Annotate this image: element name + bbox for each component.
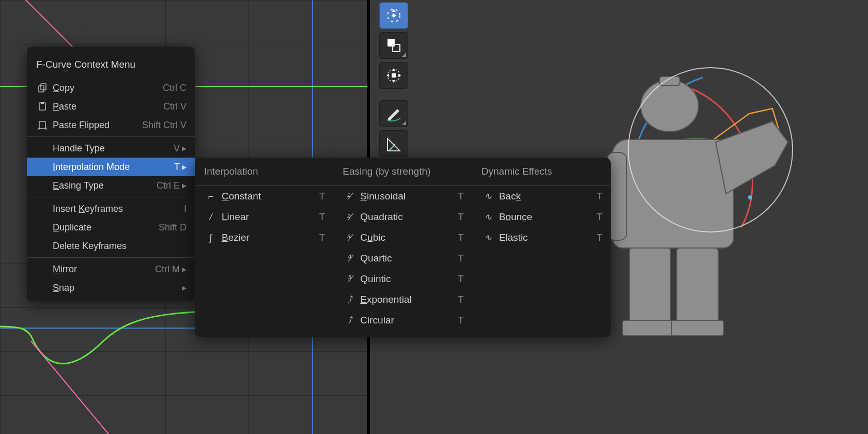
menu-item-shortcut: V (174, 143, 180, 154)
menu-item-shortcut: Ctrl V (163, 101, 187, 112)
menu-item-shortcut: Ctrl C (163, 83, 187, 94)
submenu-item-shortcut: T (458, 232, 464, 243)
svg-rect-12 (388, 39, 395, 47)
annotate-tool[interactable] (379, 100, 408, 127)
measure-icon (385, 135, 402, 152)
copy-icon (35, 83, 51, 93)
submenu-item-shortcut: T (458, 211, 464, 223)
submenu-item-shortcut: T (596, 232, 602, 243)
menu-item-insert-keyframes[interactable]: Insert KeyframesI (27, 199, 195, 218)
submenu-item-label: Cubic (360, 232, 458, 243)
interp-glyph-icon: ⤴ (342, 295, 357, 305)
transform-tool[interactable] (379, 62, 408, 89)
interp-glyph-icon: / (203, 212, 219, 223)
tool-toolbar (379, 0, 410, 157)
submenu-item-label: Elastic (499, 232, 597, 243)
svg-rect-15 (392, 73, 396, 78)
submenu-item-sinusoidal[interactable]: ¹⁄SinusoidalT (333, 186, 472, 207)
submenu-item-cubic[interactable]: ³⁄CubicT (333, 227, 472, 248)
submenu-item-constant[interactable]: ⌐ConstantT (195, 186, 333, 207)
menu-item-shortcut: Ctrl E (157, 180, 180, 191)
menu-item-label: Mirror (53, 264, 151, 275)
menu-item-label: Copy (53, 83, 159, 94)
submenu-item-shortcut: T (596, 191, 602, 202)
menu-item-paste-flipped[interactable]: Paste FlippedShift Ctrl V (27, 116, 195, 134)
menu-item-interpolation-mode[interactable]: Interpolation ModeT▸ (27, 158, 195, 176)
rotate-icon (385, 7, 402, 24)
menu-item-shortcut: Shift D (159, 222, 187, 233)
submenu-item-bezier[interactable]: ∫BezierT (195, 227, 333, 248)
submenu-item-bounce[interactable]: ∿BounceT (472, 207, 611, 227)
menu-item-label: Paste Flipped (53, 120, 138, 131)
menu-item-label: Easing Type (53, 180, 152, 191)
submenu-item-shortcut: T (319, 232, 326, 243)
svg-rect-21 (41, 84, 46, 90)
rotate-tool[interactable] (379, 2, 408, 29)
interp-glyph-icon: ⤴ (342, 315, 357, 326)
submenu-item-label: Quartic (360, 253, 458, 264)
interp-glyph-icon: ⌐ (203, 191, 219, 202)
submenu-item-label: Bezier (222, 232, 319, 243)
submenu-item-quartic[interactable]: ⁴⁄QuarticT (333, 248, 472, 269)
interp-glyph-icon: ²⁄ (342, 212, 357, 223)
svg-rect-25 (39, 121, 45, 129)
submenu-item-quadratic[interactable]: ²⁄QuadraticT (333, 207, 472, 227)
submenu-item-linear[interactable]: /LinearT (195, 207, 333, 227)
menu-item-label: Handle Type (53, 143, 169, 154)
scale-icon (386, 38, 401, 53)
submenu-item-exponential[interactable]: ⤴ExponentialT (333, 289, 472, 310)
menu-item-snap[interactable]: Snap▸ (27, 278, 195, 297)
submenu-caret-icon: ▸ (182, 143, 187, 154)
submenu-caret-icon: ▸ (182, 180, 187, 191)
menu-item-shortcut: I (184, 204, 187, 214)
svg-rect-24 (41, 102, 44, 104)
menu-item-shortcut: Shift Ctrl V (142, 120, 187, 131)
menu-item-delete-keyframes[interactable]: Delete Keyframes (27, 237, 195, 255)
submenu-item-label: Back (499, 191, 597, 202)
measure-tool[interactable] (379, 130, 408, 157)
menu-item-label: Paste (53, 101, 159, 112)
menu-item-paste[interactable]: PasteCtrl V (27, 97, 195, 116)
submenu-item-label: Quadratic (360, 211, 458, 223)
interp-glyph-icon: ∿ (481, 211, 496, 223)
rotation-gizmo[interactable] (628, 67, 793, 233)
paste-flip-icon (35, 120, 51, 130)
submenu-item-shortcut: T (458, 191, 464, 202)
submenu-item-label: Sinusoidal (360, 191, 458, 202)
submenu-item-back[interactable]: ∿BackT (472, 186, 611, 207)
menu-item-handle-type[interactable]: Handle TypeV▸ (27, 139, 195, 158)
submenu-item-shortcut: T (458, 253, 464, 264)
submenu-item-label: Linear (222, 211, 319, 223)
menu-item-label: Insert Keyframes (53, 204, 180, 214)
menu-item-copy[interactable]: CopyCtrl C (27, 79, 195, 97)
submenu-item-circular[interactable]: ⤴CircularT (333, 310, 472, 331)
interpolation-submenu: Interpolation⌐ConstantT/LinearT∫BezierTE… (195, 158, 611, 337)
submenu-caret-icon: ▸ (182, 161, 187, 173)
menu-item-mirror[interactable]: MirrorCtrl M▸ (27, 260, 195, 278)
submenu-column-header: Dynamic Effects (472, 158, 611, 186)
menu-item-label: Duplicate (53, 222, 154, 233)
menu-item-shortcut: Ctrl M (155, 264, 180, 275)
interp-glyph-icon: ⁵⁄ (342, 273, 357, 285)
paste-icon (35, 101, 51, 112)
submenu-item-elastic[interactable]: ∿ElasticT (472, 227, 611, 248)
submenu-item-shortcut: T (319, 211, 326, 223)
pencil-icon (385, 105, 402, 122)
fcurve-context-menu: F-Curve Context Menu CopyCtrl CPasteCtrl… (27, 47, 195, 301)
svg-marker-18 (386, 74, 389, 77)
submenu-caret-icon: ▸ (182, 264, 187, 275)
svg-marker-16 (392, 68, 395, 71)
interp-glyph-icon: ³⁄ (342, 233, 357, 243)
scale-tool[interactable] (379, 32, 408, 59)
interp-glyph-icon: ⁴⁄ (342, 253, 357, 264)
gizmo-axis-dot[interactable] (748, 195, 752, 199)
menu-item-easing-type[interactable]: Easing TypeCtrl E▸ (27, 176, 195, 195)
context-menu-title: F-Curve Context Menu (27, 50, 195, 79)
submenu-item-quintic[interactable]: ⁵⁄QuinticT (333, 269, 472, 289)
menu-item-shortcut: T (174, 162, 180, 173)
menu-item-duplicate[interactable]: DuplicateShift D (27, 218, 195, 237)
svg-rect-22 (39, 86, 44, 92)
menu-item-label: Interpolation Mode (53, 162, 170, 173)
menu-item-label: Delete Keyframes (53, 241, 187, 252)
submenu-item-shortcut: T (458, 294, 464, 305)
